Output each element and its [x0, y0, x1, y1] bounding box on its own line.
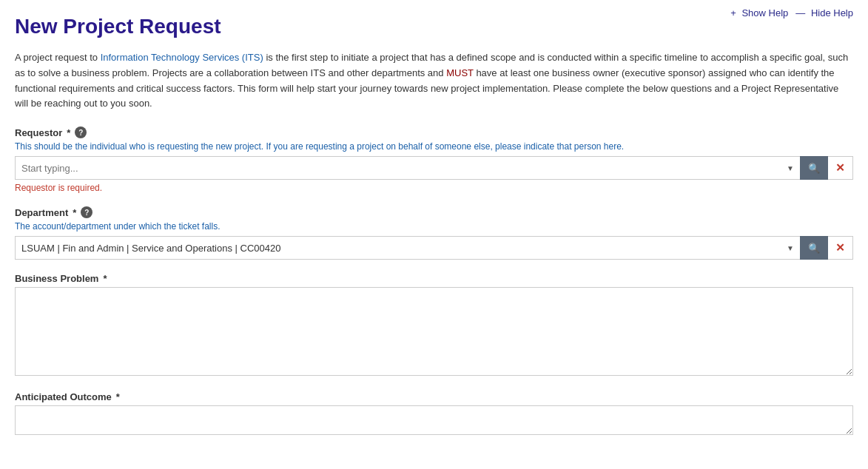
requestor-clear-button[interactable]: ✕ [828, 156, 853, 180]
intro-text: A project request to Information Technol… [15, 50, 853, 112]
department-required: * [73, 207, 76, 218]
department-input-row: ▼ 🔍 ✕ [15, 236, 853, 260]
requestor-search-icon: 🔍 [808, 163, 820, 174]
requestor-hint: This should be the individual who is req… [15, 141, 853, 152]
department-hint: The account/department under which the t… [15, 221, 853, 232]
business-problem-textarea[interactable] [15, 287, 853, 376]
anticipated-outcome-textarea[interactable] [15, 405, 853, 435]
department-section: Department * ? The account/department un… [15, 206, 853, 260]
requestor-label: Requestor * ? [15, 126, 853, 138]
requestor-input[interactable] [15, 156, 781, 180]
requestor-required: * [67, 127, 70, 138]
requestor-clear-icon: ✕ [835, 161, 845, 175]
must-text: MUST [446, 67, 474, 78]
requestor-error: Requestor is required. [15, 183, 853, 193]
requestor-input-row: ▼ 🔍 ✕ [15, 156, 853, 180]
department-input[interactable] [15, 236, 781, 260]
department-search-icon: 🔍 [808, 243, 820, 254]
hide-help-minus: — [795, 7, 805, 18]
anticipated-outcome-label-text: Anticipated Outcome [15, 391, 112, 402]
department-label: Department * ? [15, 206, 853, 218]
top-bar: + Show Help — Hide Help [730, 7, 853, 18]
anticipated-outcome-label: Anticipated Outcome * [15, 391, 853, 402]
anticipated-outcome-required: * [116, 391, 120, 402]
requestor-help-icon[interactable]: ? [75, 126, 87, 138]
requestor-search-button[interactable]: 🔍 [800, 156, 828, 180]
show-help-label: Show Help [741, 7, 788, 18]
business-problem-required: * [103, 273, 107, 284]
business-problem-wrapper [15, 287, 853, 378]
business-problem-label: Business Problem * [15, 273, 853, 284]
show-help-link[interactable]: + Show Help [730, 7, 788, 18]
business-problem-section: Business Problem * [15, 273, 853, 378]
requestor-dropdown-arrow[interactable]: ▼ [781, 156, 800, 180]
its-link: Information Technology Services (ITS) [101, 52, 263, 63]
department-clear-icon: ✕ [835, 241, 845, 254]
anticipated-outcome-wrapper [15, 405, 853, 437]
hide-help-label: Hide Help [811, 7, 853, 18]
anticipated-outcome-section: Anticipated Outcome * [15, 391, 853, 437]
department-dropdown-arrow[interactable]: ▼ [781, 236, 800, 260]
show-help-plus: + [730, 7, 736, 18]
hide-help-link[interactable]: — Hide Help [795, 7, 853, 18]
requestor-section: Requestor * ? This should be the individ… [15, 126, 853, 193]
department-help-icon[interactable]: ? [81, 206, 92, 218]
page-title: New Project Request [15, 15, 853, 38]
page-container: + Show Help — Hide Help New Project Requ… [0, 0, 868, 449]
requestor-label-text: Requestor [15, 127, 62, 138]
department-label-text: Department [15, 207, 68, 218]
department-clear-button[interactable]: ✕ [828, 236, 853, 260]
business-problem-label-text: Business Problem [15, 273, 98, 284]
department-search-button[interactable]: 🔍 [800, 236, 828, 260]
